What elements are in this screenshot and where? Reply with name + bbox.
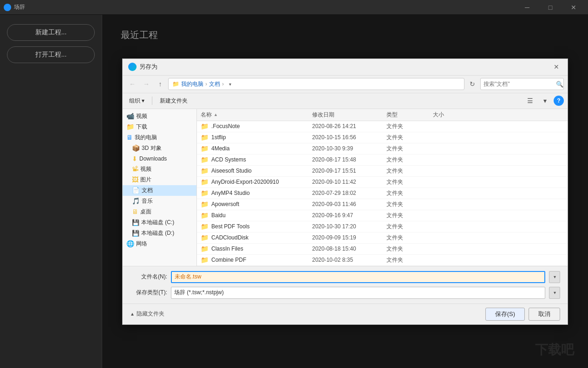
dialog-footer: ▲ 隐藏文件夹 保存(S) 取消 <box>123 303 568 324</box>
table-row[interactable]: 📁 Combine PDF 2020-10-02 8:35 文件夹 <box>197 255 568 266</box>
filename-dropdown[interactable]: ▾ <box>549 271 560 283</box>
cancel-button[interactable]: 取消 <box>529 308 560 321</box>
open-project-button[interactable]: 打开工程... <box>7 46 95 63</box>
file-date: 2020-08-26 14:21 <box>312 123 386 129</box>
network-icon: 🌐 <box>126 240 134 247</box>
dialog-close-button[interactable]: ✕ <box>551 61 562 72</box>
search-icon[interactable]: 🔍 <box>556 78 563 90</box>
tree-item-drive-d[interactable]: 💾 本地磁盘 (D:) <box>123 228 196 239</box>
folder-icon: 📁 <box>201 167 209 174</box>
table-row[interactable]: 📁 CADCloudDisk 2020-09-09 15:19 文件夹 <box>197 232 568 244</box>
table-row[interactable]: 📁 1stflip 2020-10-15 16:56 文件夹 <box>197 132 568 143</box>
file-date: 2020-10-30 9:39 <box>312 145 386 152</box>
hidden-folder-toggle[interactable]: ▲ 隐藏文件夹 <box>130 310 164 318</box>
table-row[interactable]: 📁 ClassIn Files 2020-08-18 15:40 文件夹 <box>197 244 568 255</box>
tree-item-label: 音乐 <box>142 197 153 205</box>
organize-button[interactable]: 组织 ▾ <box>126 96 147 106</box>
table-row[interactable]: 📁 AnyMP4 Studio 2020-07-29 18:02 文件夹 <box>197 188 568 199</box>
table-row[interactable]: 📁 ACD Systems 2020-08-17 15:48 文件夹 <box>197 155 568 166</box>
table-row[interactable]: 📁 AnyDroid-Export-20200910 2020-09-10 11… <box>197 177 568 188</box>
help-button[interactable]: ? <box>554 96 564 106</box>
nav-bar: ← → ↑ 📁 我的电脑 › 文档 › ▾ ↻ 🔍 <box>123 76 568 93</box>
tree-item-downloads-folder[interactable]: 📁 下载 <box>123 122 196 132</box>
table-row[interactable]: 📁 4Media 2020-10-30 9:39 文件夹 <box>197 143 568 155</box>
folder-icon: 📁 <box>201 212 209 219</box>
file-name: 1stflip <box>211 134 226 141</box>
file-type: 文件夹 <box>386 189 433 197</box>
titlebar-title: 场辞 <box>14 3 25 11</box>
file-type: 文件夹 <box>386 223 433 231</box>
table-row[interactable]: 📁 Baidu 2020-09-16 9:47 文件夹 <box>197 210 568 221</box>
tree-item-drive-c[interactable]: 💾 本地磁盘 (C:) <box>123 217 196 228</box>
file-name: Apowersoft <box>211 201 239 207</box>
breadcrumb-mypc[interactable]: 我的电脑 <box>181 80 203 88</box>
table-row[interactable]: 📁 Best PDF Tools 2020-10-30 17:20 文件夹 <box>197 221 568 232</box>
computer-icon: 🖥 <box>126 134 133 141</box>
titlebar: 场辞 ─ □ ✕ <box>0 0 588 15</box>
back-button[interactable]: ← <box>126 78 138 90</box>
search-input[interactable] <box>481 81 556 87</box>
save-as-dialog: 另存为 ✕ ← → ↑ 📁 我的电脑 › 文档 › ▾ <box>122 58 568 325</box>
filetype-dropdown[interactable]: ▾ <box>549 287 560 299</box>
dialog-titlebar: 另存为 ✕ <box>123 59 568 76</box>
file-list-body[interactable]: 📁 .FocusNote 2020-08-26 14:21 文件夹 📁 1stf… <box>197 121 568 266</box>
breadcrumb-dropdown[interactable]: ▾ <box>226 80 234 88</box>
folder-icon: 📁 <box>201 234 209 241</box>
tree-item-label: 视频 <box>140 165 151 173</box>
breadcrumb-documents[interactable]: 文档 <box>209 80 220 88</box>
col-date[interactable]: 修改日期 <box>312 111 386 119</box>
filename-input[interactable] <box>171 271 545 283</box>
tree-item-desktop[interactable]: 🖥 桌面 <box>123 207 196 217</box>
videos-icon: 📽 <box>132 165 138 173</box>
table-row[interactable]: 📁 .FocusNote 2020-08-26 14:21 文件夹 <box>197 121 568 132</box>
desktop-icon: 🖥 <box>132 208 138 215</box>
tree-item-3d[interactable]: 📦 3D 对象 <box>123 143 196 154</box>
file-type: 文件夹 <box>386 200 433 208</box>
file-type: 文件夹 <box>386 212 433 220</box>
tree-item-label: 本地磁盘 (C:) <box>141 219 174 226</box>
breadcrumb-icon: 📁 <box>172 81 179 87</box>
tree-item-music[interactable]: 🎵 音乐 <box>123 196 196 207</box>
file-date: 2020-10-30 17:20 <box>312 223 386 230</box>
dialog-bottom: 文件名(N): ▾ 保存类型(T): ▾ <box>123 266 568 303</box>
tree-item-mypc[interactable]: 🖥 我的电脑 <box>123 132 196 143</box>
video-icon: 📹 <box>126 112 134 120</box>
table-row[interactable]: 📁 Aiseesoft Studio 2020-09-17 15:51 文件夹 <box>197 166 568 177</box>
col-size[interactable]: 大小 <box>433 111 479 119</box>
forward-button[interactable]: → <box>140 78 152 90</box>
tree-pane: 📹 视频 📁 下载 🖥 我的电脑 📦 3 <box>123 109 197 266</box>
file-type: 文件夹 <box>386 256 433 264</box>
file-type: 文件夹 <box>386 245 433 253</box>
file-name: Combine PDF <box>211 257 246 263</box>
tree-item-network[interactable]: 🌐 网络 <box>123 239 196 249</box>
table-row[interactable]: 📁 Apowersoft 2020-09-03 11:46 文件夹 <box>197 199 568 210</box>
app-body: 新建工程... 打开工程... 最近工程 另存为 ✕ ← → <box>0 15 588 368</box>
tree-item-downloads[interactable]: ⬇ Downloads <box>123 154 196 164</box>
new-folder-button[interactable]: 新建文件夹 <box>157 96 190 106</box>
titlebar-left: 场辞 <box>4 3 25 11</box>
tree-item-label: 下载 <box>136 123 147 131</box>
minimize-button[interactable]: ─ <box>516 0 538 15</box>
new-project-button[interactable]: 新建工程... <box>7 24 95 41</box>
drive-c-icon: 💾 <box>132 219 139 226</box>
documents-icon: 📄 <box>132 187 140 194</box>
view-button[interactable]: ☰ <box>524 95 536 107</box>
save-button[interactable]: 保存(S) <box>485 308 525 321</box>
file-name: .FocusNote <box>211 123 240 129</box>
col-type[interactable]: 类型 <box>386 111 433 119</box>
col-name[interactable]: 名称 ▲ <box>201 111 312 119</box>
maximize-button[interactable]: □ <box>540 0 561 15</box>
app-icon <box>4 4 11 11</box>
titlebar-controls: ─ □ ✕ <box>516 0 584 15</box>
file-date: 2020-08-17 15:48 <box>312 156 386 163</box>
filetype-input[interactable] <box>171 287 545 299</box>
refresh-button[interactable]: ↻ <box>466 78 478 90</box>
up-button[interactable]: ↑ <box>154 78 166 90</box>
view-dropdown-button[interactable]: ▾ <box>539 95 551 107</box>
tree-item-pictures[interactable]: 🖼 图片 <box>123 174 196 185</box>
tree-item-documents[interactable]: 📄 文档 <box>123 185 196 196</box>
tree-item-videos[interactable]: 📽 视频 <box>123 164 196 174</box>
close-button[interactable]: ✕ <box>563 0 584 15</box>
tree-item-video[interactable]: 📹 视频 <box>123 111 196 122</box>
main-content: 最近工程 另存为 ✕ ← → ↑ 📁 <box>102 15 588 368</box>
